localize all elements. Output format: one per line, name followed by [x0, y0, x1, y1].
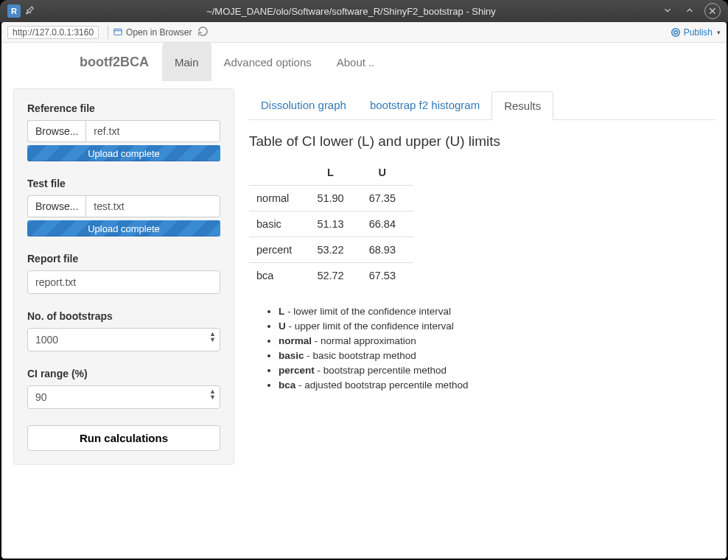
legend-item: percent - bootstrap percentile method [279, 365, 715, 376]
navbar: bootf2BCA Main Advanced options About .. [1, 43, 727, 81]
cell-l: 51.13 [309, 211, 361, 237]
run-calculations-button[interactable]: Run calculations [27, 425, 220, 451]
ci-range-group: CI range (%) ▲ ▼ [27, 368, 220, 409]
reference-file-label: Reference file [27, 102, 220, 114]
reference-upload-status: Upload complete [88, 148, 160, 159]
report-file-label: Report file [27, 253, 220, 265]
tabset: Dissolution graph bootstrap f2 histogram… [249, 91, 715, 120]
nav-main[interactable]: Main [162, 43, 211, 81]
reference-upload-progress: Upload complete [27, 145, 220, 161]
open-in-browser-label: Open in Browser [126, 27, 192, 38]
reference-browse-button[interactable]: Browse... [27, 120, 85, 142]
main-panel: Dissolution graph bootstrap f2 histogram… [249, 88, 715, 465]
test-file-label: Test file [27, 178, 220, 189]
bootstraps-label: No. of bootstraps [27, 310, 220, 322]
app-toolbar: http://127.0.0.1:3160 Open in Browser Pu… [1, 22, 727, 43]
reference-filename: ref.txt [85, 120, 220, 142]
minimize-button[interactable] [660, 3, 675, 18]
bootstraps-input[interactable] [27, 328, 220, 351]
publish-button[interactable]: Publish ▾ [671, 27, 721, 38]
svg-point-2 [671, 28, 679, 36]
legend-item: basic - basic bootstrap method [279, 350, 715, 361]
ci-step-down-icon[interactable]: ▼ [209, 394, 216, 400]
maximize-button[interactable] [682, 3, 697, 18]
pin-icon[interactable] [25, 5, 35, 17]
cell-u: 67.35 [362, 186, 413, 211]
close-button[interactable]: ✕ [704, 3, 721, 19]
publish-dropdown-icon: ▾ [717, 29, 721, 36]
table-row: bca 52.72 67.53 [249, 263, 413, 289]
results-header-l: L [309, 160, 361, 186]
app-brand: bootf2BCA [80, 43, 162, 81]
test-filename: test.txt [85, 195, 220, 217]
reload-icon [197, 26, 209, 37]
reload-button[interactable] [197, 26, 209, 39]
legend-item: normal - normal approximation [279, 335, 715, 346]
cell-l: 51.90 [309, 186, 361, 211]
app-icon: R [7, 4, 21, 18]
bootstraps-group: No. of bootstraps ▲ ▼ [27, 310, 220, 351]
publish-label: Publish [684, 27, 713, 38]
test-upload-status: Upload complete [88, 223, 160, 234]
legend-item: L - lower limit of the confidence interv… [279, 306, 715, 317]
results-table: L U normal 51.90 67.35 basic 51.13 [249, 160, 413, 288]
results-title: Table of CI lower (L) and upper (U) limi… [249, 133, 715, 150]
toolbar-divider [108, 26, 108, 39]
cell-l: 53.22 [309, 237, 361, 263]
table-row: percent 53.22 68.93 [249, 237, 413, 263]
tab-bootstrap-f2-histogram[interactable]: bootstrap f2 histogram [358, 91, 491, 120]
cell-l: 52.72 [309, 263, 361, 289]
legend-item: U - upper limit of the confidence interv… [279, 321, 715, 332]
cell-method: percent [249, 237, 309, 263]
svg-rect-0 [114, 29, 122, 35]
tab-dissolution-graph[interactable]: Dissolution graph [249, 91, 358, 120]
cell-u: 67.53 [362, 263, 413, 289]
bootstraps-step-down-icon[interactable]: ▼ [209, 337, 216, 343]
report-file-group: Report file [27, 253, 220, 294]
url-field[interactable]: http://127.0.0.1:3160 [7, 26, 99, 39]
cell-method: basic [249, 211, 309, 237]
test-upload-progress: Upload complete [27, 220, 220, 237]
table-row: normal 51.90 67.35 [249, 186, 413, 211]
cell-u: 66.84 [362, 211, 413, 237]
ci-range-label: CI range (%) [27, 368, 220, 379]
cell-method: bca [249, 263, 309, 289]
sidebar-panel: Reference file Browse... ref.txt Upload … [13, 88, 234, 465]
cell-method: normal [249, 186, 309, 211]
ci-range-input[interactable] [27, 385, 220, 409]
results-header-u: U [362, 160, 413, 186]
table-row: basic 51.13 66.84 [249, 211, 413, 237]
cell-u: 68.93 [362, 237, 413, 263]
test-browse-button[interactable]: Browse... [27, 195, 85, 217]
open-in-browser-button[interactable]: Open in Browser [113, 27, 192, 38]
results-legend: L - lower limit of the confidence interv… [249, 306, 715, 391]
window-title: ~/MOJE_DANE/olo/Software/software_R/Shin… [42, 6, 660, 17]
window-titlebar: R ~/MOJE_DANE/olo/Software/software_R/Sh… [0, 0, 728, 22]
test-file-group: Test file Browse... test.txt Upload comp… [27, 178, 220, 237]
legend-item: bca - adjusted bootstrap percentile meth… [279, 379, 715, 391]
results-header-method [249, 160, 309, 186]
browser-icon [113, 27, 123, 38]
nav-about[interactable]: About .. [324, 43, 388, 81]
tab-results[interactable]: Results [491, 91, 553, 120]
publish-icon [671, 27, 681, 38]
reference-file-group: Reference file Browse... ref.txt Upload … [27, 102, 220, 161]
svg-point-1 [673, 30, 677, 34]
report-file-input[interactable] [27, 270, 220, 294]
nav-advanced-options[interactable]: Advanced options [211, 43, 324, 81]
